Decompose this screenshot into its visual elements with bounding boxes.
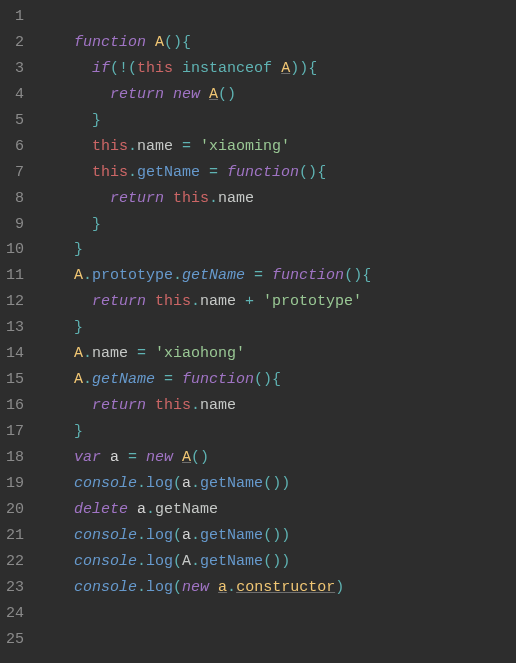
code-line[interactable]: 18 var a = new A() xyxy=(0,445,516,471)
code-token: function xyxy=(272,267,344,284)
code-token: ()) xyxy=(263,553,290,570)
code-token: = xyxy=(119,449,146,466)
code-line[interactable]: 14 A.name = 'xiaohong' xyxy=(0,341,516,367)
code-content[interactable] xyxy=(38,601,74,627)
code-line[interactable]: 20 delete a.getName xyxy=(0,497,516,523)
code-content[interactable]: var a = new A() xyxy=(38,445,209,471)
code-token: A xyxy=(74,371,83,388)
line-number: 16 xyxy=(0,393,38,419)
code-content[interactable]: } xyxy=(38,108,101,134)
code-token: instanceof xyxy=(182,60,281,77)
code-content[interactable]: return this.name xyxy=(38,393,236,419)
code-token: A xyxy=(74,345,83,362)
line-number: 13 xyxy=(0,315,38,341)
code-token: } xyxy=(74,241,83,258)
code-content[interactable]: return this.name + 'prototype' xyxy=(38,289,362,315)
code-editor[interactable]: 1 2 function A(){3 if(!(this instanceof … xyxy=(0,0,516,652)
code-token: . xyxy=(173,267,182,284)
code-token: return xyxy=(110,86,173,103)
code-token xyxy=(74,86,110,103)
code-line[interactable]: 4 return new A() xyxy=(0,82,516,108)
code-line[interactable]: 6 this.name = 'xiaoming' xyxy=(0,134,516,160)
code-token: = xyxy=(173,138,200,155)
code-token xyxy=(74,60,92,77)
code-token: . xyxy=(209,190,218,207)
code-line[interactable]: 24 xyxy=(0,601,516,627)
code-token: name xyxy=(137,138,173,155)
code-content[interactable]: function A(){ xyxy=(38,30,191,56)
line-number: 7 xyxy=(0,160,38,186)
code-line[interactable]: 9 } xyxy=(0,212,516,238)
code-content[interactable]: return new A() xyxy=(38,82,236,108)
code-token: . xyxy=(83,267,92,284)
code-line[interactable]: 19 console.log(a.getName()) xyxy=(0,471,516,497)
code-token: { xyxy=(308,60,317,77)
code-line[interactable]: 23 console.log(new a.constructor) xyxy=(0,575,516,601)
code-token xyxy=(74,397,92,414)
code-line[interactable]: 13 } xyxy=(0,315,516,341)
code-token: . xyxy=(83,371,92,388)
code-token: this xyxy=(173,190,209,207)
code-content[interactable]: return this.name xyxy=(38,186,254,212)
code-content[interactable]: this.name = 'xiaoming' xyxy=(38,134,290,160)
code-token: = xyxy=(155,371,182,388)
code-line[interactable]: 22 console.log(A.getName()) xyxy=(0,549,516,575)
code-token: ( xyxy=(173,553,182,570)
code-line[interactable]: 10 } xyxy=(0,237,516,263)
code-line[interactable]: 12 return this.name + 'prototype' xyxy=(0,289,516,315)
code-token: ! xyxy=(119,60,128,77)
code-content[interactable]: A.name = 'xiaohong' xyxy=(38,341,245,367)
line-number: 24 xyxy=(0,601,38,627)
code-token: var xyxy=(74,449,110,466)
code-content[interactable]: console.log(new a.constructor) xyxy=(38,575,344,601)
code-token: name xyxy=(200,293,236,310)
line-number: 15 xyxy=(0,367,38,393)
code-content[interactable] xyxy=(38,627,74,653)
code-token: getName xyxy=(200,475,263,492)
code-token: getName xyxy=(200,527,263,544)
code-token: log xyxy=(146,579,173,596)
line-number: 6 xyxy=(0,134,38,160)
code-token: return xyxy=(92,397,155,414)
code-token: } xyxy=(74,319,83,336)
code-content[interactable] xyxy=(38,4,74,30)
code-line[interactable]: 11 A.prototype.getName = function(){ xyxy=(0,263,516,289)
code-token: new xyxy=(146,449,182,466)
code-content[interactable]: } xyxy=(38,315,83,341)
code-content[interactable]: console.log(A.getName()) xyxy=(38,549,290,575)
code-content[interactable]: this.getName = function(){ xyxy=(38,160,326,186)
code-line[interactable]: 21 console.log(a.getName()) xyxy=(0,523,516,549)
code-content[interactable]: console.log(a.getName()) xyxy=(38,523,290,549)
code-line[interactable]: 3 if(!(this instanceof A)){ xyxy=(0,56,516,82)
code-content[interactable]: delete a.getName xyxy=(38,497,218,523)
code-token: () xyxy=(344,267,362,284)
code-line[interactable]: 8 return this.name xyxy=(0,186,516,212)
code-line[interactable]: 7 this.getName = function(){ xyxy=(0,160,516,186)
code-token: name xyxy=(92,345,128,362)
code-content[interactable]: } xyxy=(38,212,101,238)
code-content[interactable]: A.getName = function(){ xyxy=(38,367,281,393)
code-token: . xyxy=(227,579,236,596)
code-line[interactable]: 1 xyxy=(0,4,516,30)
code-line[interactable]: 25 xyxy=(0,627,516,653)
code-token: getName xyxy=(92,371,155,388)
code-token: . xyxy=(83,345,92,362)
code-token: return xyxy=(110,190,173,207)
code-line[interactable]: 17 } xyxy=(0,419,516,445)
code-line[interactable]: 16 return this.name xyxy=(0,393,516,419)
code-line[interactable]: 15 A.getName = function(){ xyxy=(0,367,516,393)
code-token: . xyxy=(137,475,146,492)
code-line[interactable]: 2 function A(){ xyxy=(0,30,516,56)
code-content[interactable]: } xyxy=(38,419,83,445)
code-token: prototype xyxy=(92,267,173,284)
code-content[interactable]: A.prototype.getName = function(){ xyxy=(38,263,371,289)
code-token: function xyxy=(74,34,155,51)
code-content[interactable]: console.log(a.getName()) xyxy=(38,471,290,497)
code-token: { xyxy=(272,371,281,388)
code-line[interactable]: 5 } xyxy=(0,108,516,134)
code-token: { xyxy=(317,164,326,181)
code-token: a xyxy=(182,475,191,492)
code-content[interactable]: if(!(this instanceof A)){ xyxy=(38,56,317,82)
code-token: constructor xyxy=(236,579,335,596)
code-content[interactable]: } xyxy=(38,237,83,263)
